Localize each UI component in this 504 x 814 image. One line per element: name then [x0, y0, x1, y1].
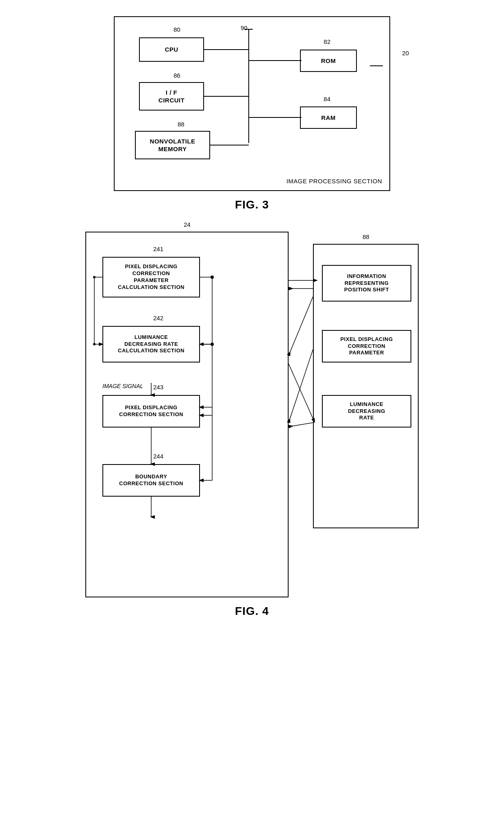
ref-86: 86	[174, 72, 180, 79]
ram-block: RAM	[300, 106, 357, 129]
svg-line-27	[289, 349, 313, 423]
ref-88: 88	[178, 121, 185, 128]
svg-point-23	[93, 276, 96, 278]
if-circuit-block: I / F CIRCUIT	[139, 82, 204, 111]
b243-block: PIXEL DISPLACING CORRECTION SECTION	[102, 395, 200, 428]
rom-block: ROM	[300, 50, 357, 72]
image-signal-label: IMAGE SIGNAL	[102, 383, 143, 389]
svg-point-17	[211, 276, 214, 279]
svg-line-29	[289, 423, 313, 427]
b244-block: BOUNDARY CORRECTION SECTION	[102, 464, 200, 497]
info-block: INFORMATION REPRESENTING POSITION SHIFT	[322, 265, 411, 302]
pixel-param-block: PIXEL DISPLACING CORRECTION PARAMETER	[322, 330, 411, 363]
b241-block: PIXEL DISPLACING CORRECTION PARAMETER CA…	[102, 257, 200, 297]
svg-point-24	[93, 343, 96, 345]
fig3-inner-label: IMAGE PROCESSING SECTION	[287, 178, 382, 185]
ref-80: 80	[174, 26, 180, 33]
ref-88: 88	[363, 233, 369, 240]
ref-241: 241	[153, 245, 163, 252]
luminance-block: LUMINANCE DECREASING RATE	[322, 395, 411, 428]
svg-line-30	[289, 297, 313, 356]
ref-20: 20	[402, 50, 409, 56]
fig4-wrapper: 24 PIXEL DISPLACING CORRECTION PARAMETER…	[85, 232, 419, 597]
fig4-right-box: 88 INFORMATION REPRESENTING POSITION SHI…	[313, 244, 419, 528]
fig3-container: 20 CPU 80 I / F CIRCUIT 86 NONVOLATILE M…	[114, 16, 390, 211]
fig4-title: FIG. 4	[235, 605, 269, 618]
ref-82: 82	[324, 38, 330, 45]
ref-243: 243	[153, 384, 163, 391]
b242-block: LUMINANCE DECREASING RATE CALCULATION SE…	[102, 326, 200, 363]
fig4-container: 24 PIXEL DISPLACING CORRECTION PARAMETER…	[85, 232, 419, 618]
cpu-block: CPU	[139, 37, 204, 62]
ref-242: 242	[153, 315, 163, 321]
fig3-diagram: 20 CPU 80 I / F CIRCUIT 86 NONVOLATILE M…	[114, 16, 390, 191]
ref-24: 24	[184, 221, 191, 228]
ref-90: 90	[241, 24, 248, 31]
ref-244: 244	[153, 453, 163, 460]
svg-point-18	[211, 343, 214, 346]
ref-84: 84	[324, 96, 330, 102]
fig4-left-box: 24 PIXEL DISPLACING CORRECTION PARAMETER…	[85, 232, 289, 597]
svg-line-28	[289, 364, 313, 419]
fig3-title: FIG. 3	[235, 198, 269, 211]
nonvolatile-block: NONVOLATILE MEMORY	[135, 131, 210, 159]
